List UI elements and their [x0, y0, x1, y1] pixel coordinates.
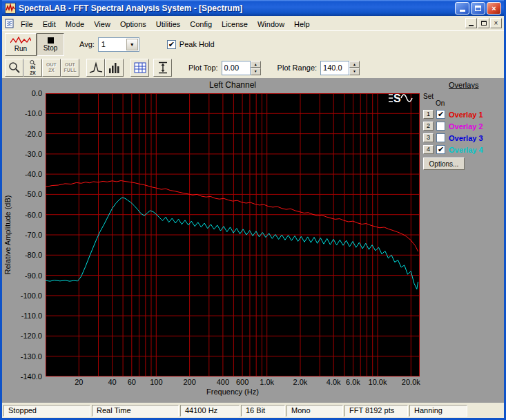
zoom-in-label-line1: IN — [30, 65, 35, 70]
zoom-out-label-line2: 2X — [48, 68, 55, 73]
overlay-row-2: 2Overlay 2 — [421, 120, 504, 132]
peak-hold-label: Peak Hold — [179, 40, 215, 48]
grid-icon — [133, 61, 147, 74]
status-panel-6: FFT 8192 pts — [344, 405, 408, 417]
restore-icon — [475, 6, 481, 11]
overlay-label-3: Overlay 3 — [449, 134, 483, 142]
restore-button[interactable] — [471, 2, 485, 15]
x-tick-label: 400 — [217, 378, 229, 386]
spectrum-client-area: Left Channel Relative Amplitude (dB) 0.0… — [2, 78, 504, 403]
mdi-minimize-icon — [469, 25, 474, 26]
plot-toolbar: IN 2X OUT 2X OUT FULL — [2, 57, 504, 78]
menu-item-window[interactable]: Window — [253, 18, 289, 30]
menu-item-edit[interactable]: Edit — [38, 18, 61, 30]
mdi-close-button[interactable]: × — [490, 18, 502, 28]
plot-range-down-button[interactable]: ▼ — [349, 68, 360, 75]
svg-text:S: S — [393, 93, 401, 104]
chevron-down-icon[interactable]: ▼ — [126, 39, 138, 50]
overlay-label-4: Overlay 4 — [449, 146, 483, 154]
zoom-in-2x-button[interactable]: IN 2X — [23, 59, 42, 77]
plot-top-down-button[interactable]: ▼ — [251, 68, 261, 75]
overlay-checkbox-2[interactable] — [436, 122, 445, 131]
zoom-tool-button[interactable] — [5, 59, 23, 77]
y-tick-label: -120.0 — [2, 332, 42, 340]
y-tick-label: -70.0 — [2, 231, 42, 239]
x-tick-label: 10.0k — [369, 378, 387, 386]
overlay-rows: 1✔Overlay 12Overlay 23Overlay 34✔Overlay… — [421, 108, 504, 155]
menu-item-license[interactable]: License — [217, 18, 253, 30]
status-panel-3: 44100 Hz — [180, 405, 240, 417]
menu-item-config[interactable]: Config — [185, 18, 217, 30]
minimize-button[interactable] — [455, 2, 469, 15]
overlay-set-button-1[interactable]: 1 — [423, 110, 434, 119]
peak-hold-control: ✔ Peak Hold — [167, 40, 215, 49]
x-tick-label: 20.0k — [402, 378, 420, 386]
menu-item-help[interactable]: Help — [289, 18, 315, 30]
x-tick-label: 100 — [150, 378, 162, 386]
magnifier-icon — [8, 61, 21, 75]
peak-curve-icon — [88, 61, 104, 75]
zoom-full-label-line2: FULL — [64, 68, 77, 73]
run-button[interactable]: Run — [5, 33, 37, 56]
close-button[interactable]: × — [487, 2, 501, 15]
bar-chart-icon — [108, 61, 121, 74]
status-panel-5: Mono — [286, 405, 343, 417]
mdi-minimize-button[interactable] — [465, 18, 477, 28]
overlay-label-2: Overlay 2 — [449, 122, 483, 131]
plot-range-up-button[interactable]: ▲ — [349, 61, 360, 68]
y-tick-label: -110.0 — [2, 312, 42, 320]
menu-item-file[interactable]: File — [16, 18, 38, 30]
overlays-options-button[interactable]: Options... — [423, 158, 465, 170]
s-wave-icon: S — [387, 89, 415, 107]
menu-item-utilities[interactable]: Utilities — [151, 18, 185, 30]
document-icon — [4, 19, 14, 28]
zoom-out-2x-button[interactable]: OUT 2X — [42, 59, 61, 77]
plot-range-label: Plot Range: — [278, 64, 317, 72]
plot-top-input[interactable] — [222, 61, 251, 75]
overlay-checkbox-3[interactable] — [436, 133, 445, 142]
avg-dropdown[interactable]: 1 ▼ — [98, 37, 139, 52]
overlay-set-button-2[interactable]: 2 — [423, 122, 434, 131]
overlay-checkbox-1[interactable]: ✔ — [436, 110, 445, 119]
peak-hold-checkbox[interactable]: ✔ — [167, 40, 176, 49]
x-tick-label: 2.0k — [293, 378, 308, 386]
y-tick-label: -100.0 — [2, 292, 42, 300]
x-tick-label: 4.0k — [327, 378, 341, 386]
mdi-restore-button[interactable] — [478, 18, 489, 28]
stop-button[interactable]: Stop — [37, 33, 64, 56]
x-tick-label: 20 — [75, 378, 83, 386]
stop-icon — [48, 37, 54, 44]
menu-item-mode[interactable]: Mode — [61, 18, 90, 30]
mdi-restore-icon — [481, 21, 487, 26]
zoom-out-full-button[interactable]: OUT FULL — [61, 59, 79, 77]
plot-top-up-button[interactable]: ▲ — [251, 61, 261, 68]
vertical-scale-button[interactable] — [153, 59, 172, 77]
y-tick-label: -60.0 — [2, 211, 42, 219]
plot-range-input[interactable] — [320, 61, 349, 75]
vertical-arrows-icon — [156, 61, 170, 75]
y-tick-label: -20.0 — [2, 130, 42, 138]
transport-toolbar: Run Stop Avg: 1 ▼ ✔ Peak Hold — [2, 31, 504, 57]
avg-value: 1 — [99, 40, 126, 48]
grid-toggle-button[interactable] — [130, 59, 149, 77]
app-window: SpectraLAB - FFT Spectral Analysis Syste… — [0, 0, 506, 420]
overlays-title: Overlays — [449, 81, 478, 89]
overlays-set-column-label: Set — [423, 93, 434, 100]
menu-item-view[interactable]: View — [89, 18, 115, 30]
y-tick-label: -40.0 — [2, 170, 42, 178]
overlay-checkbox-4[interactable]: ✔ — [436, 145, 445, 154]
menu-item-options[interactable]: Options — [115, 18, 151, 30]
spectrum-plot[interactable] — [46, 93, 420, 376]
x-tick-label: 1.0k — [260, 378, 274, 386]
peak-display-button[interactable] — [86, 59, 105, 77]
overlay-row-4: 4✔Overlay 4 — [421, 144, 504, 155]
y-tick-label: -30.0 — [2, 150, 42, 158]
plot-title: Left Channel — [46, 80, 420, 90]
overlay-set-button-4[interactable]: 4 — [423, 145, 434, 154]
avg-label: Avg: — [79, 40, 95, 48]
bar-display-button[interactable] — [105, 59, 124, 77]
overlay-set-button-3[interactable]: 3 — [423, 133, 434, 142]
y-tick-label: -50.0 — [2, 190, 42, 198]
x-tick-label: 40 — [108, 378, 116, 386]
status-panel-2: Real Time — [92, 405, 179, 417]
